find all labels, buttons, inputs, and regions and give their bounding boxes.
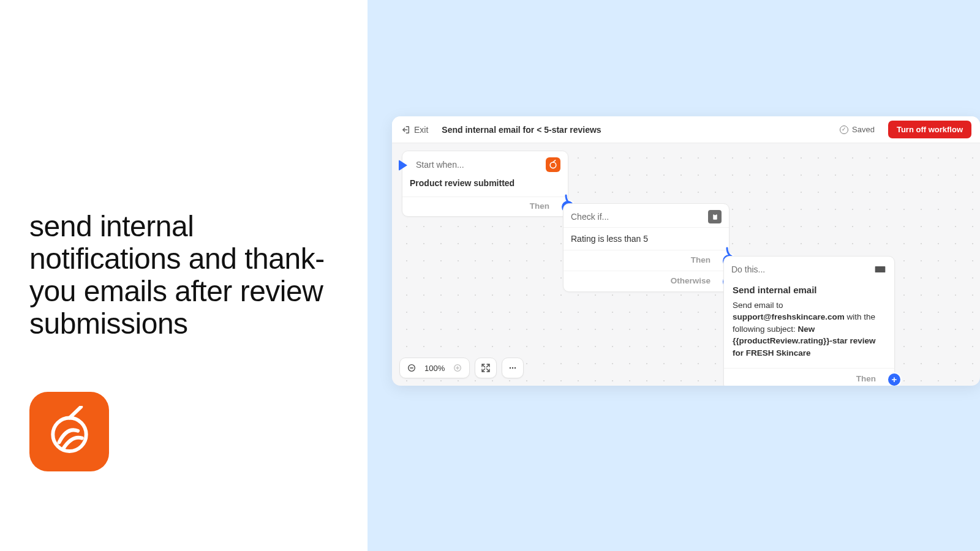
exit-button[interactable]: Exit [401, 125, 428, 135]
mail-icon [873, 263, 887, 276]
svg-point-10 [512, 367, 513, 369]
trigger-then-label: Then [530, 201, 549, 211]
right-screenshot-pane: Exit Send internal email for < 5-star re… [368, 0, 980, 551]
trigger-header-label: Start when... [416, 160, 464, 170]
condition-card[interactable]: Check if... Rating is less than 5 Then O… [563, 203, 729, 292]
action-email: support@freshskincare.com [733, 312, 845, 321]
workflow-app-window: Exit Send internal email for < 5-star re… [392, 116, 980, 386]
action-card[interactable]: Do this... Send internal email Send emai… [723, 256, 895, 386]
trigger-card[interactable]: Start when... Product review submitted T… [402, 151, 568, 217]
clipboard-icon [708, 210, 722, 223]
left-marketing-pane: send internal notifications and thank-yo… [0, 0, 368, 551]
action-title: Send internal email [733, 283, 886, 297]
brand-logo [29, 392, 109, 471]
headline: send internal notifications and thank-yo… [29, 211, 338, 340]
check-circle-icon [840, 126, 848, 134]
zoom-level: 100% [424, 364, 445, 373]
condition-then-label: Then [691, 255, 710, 264]
condition-body: Rating is less than 5 [564, 227, 729, 250]
exit-label: Exit [414, 125, 428, 135]
workflow-canvas[interactable]: Start when... Product review submitted T… [392, 143, 980, 386]
svg-point-0 [53, 418, 86, 451]
turn-off-workflow-button[interactable]: Turn off workflow [888, 121, 971, 138]
app-header: Exit Send internal email for < 5-star re… [392, 116, 980, 143]
action-then-label: Then [856, 374, 876, 383]
svg-point-11 [514, 367, 516, 369]
svg-point-1 [550, 162, 556, 168]
exit-icon [401, 125, 410, 135]
svg-rect-3 [714, 214, 715, 215]
condition-header-label: Check if... [571, 212, 609, 222]
add-next-step-button[interactable] [888, 373, 900, 386]
zoom-out-button[interactable] [406, 362, 417, 373]
more-options-button[interactable] [502, 358, 524, 378]
fit-to-screen-button[interactable] [475, 358, 497, 378]
svg-point-9 [510, 367, 511, 369]
condition-otherwise-label: Otherwise [671, 276, 710, 285]
action-body: Send internal email Send email to suppor… [724, 280, 894, 367]
unicorn-icon [43, 406, 96, 458]
zoom-pill: 100% [399, 358, 470, 378]
saved-status: Saved [840, 125, 875, 134]
action-header-label: Do this... [731, 264, 765, 274]
trigger-body: Product review submitted [402, 176, 568, 197]
workflow-title: Send internal email for < 5-star reviews [442, 125, 601, 135]
zoom-controls: 100% [399, 358, 524, 378]
saved-label: Saved [852, 125, 875, 134]
zoom-in-button[interactable] [452, 362, 463, 373]
svg-rect-2 [713, 214, 717, 220]
app-integration-badge [546, 157, 560, 172]
action-text-prefix: Send email to [733, 301, 783, 310]
play-icon [399, 160, 407, 171]
